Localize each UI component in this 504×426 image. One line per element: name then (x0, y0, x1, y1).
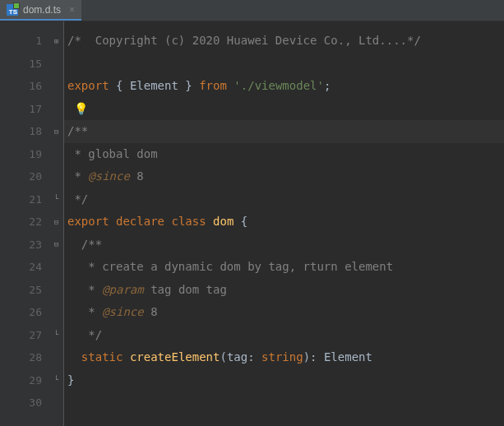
lightbulb-icon[interactable]: 💡 (74, 98, 88, 121)
fold-toggle-icon[interactable]: └ (53, 331, 60, 339)
fold-toggle-icon[interactable]: ⊟ (53, 241, 60, 248)
line-number[interactable]: 22⊟ (0, 211, 63, 234)
line-number[interactable]: 25 (0, 279, 63, 302)
fold-toggle-icon[interactable]: ⊞ (53, 37, 60, 44)
code-area[interactable]: /* Copyright (c) 2020 Huawei Device Co.,… (64, 21, 504, 426)
line-number[interactable]: 23⊟ (0, 234, 63, 257)
line-number[interactable]: 17 (0, 98, 63, 121)
current-line-highlight (64, 120, 504, 143)
line-number[interactable]: 1⊞ (0, 30, 63, 53)
fold-toggle-icon[interactable]: └ (53, 196, 60, 203)
code-line[interactable]: * @param tag dom tag (64, 279, 504, 302)
code-line[interactable]: */ (64, 188, 504, 211)
fold-toggle-icon[interactable]: ⊟ (53, 218, 60, 225)
line-number[interactable]: 29└ (0, 369, 63, 392)
code-line[interactable]: * @since 8 (64, 165, 504, 188)
fold-toggle-icon[interactable]: ⊟ (53, 127, 60, 135)
code-line[interactable]: * global dom (64, 143, 504, 166)
code-line[interactable]: } (64, 369, 504, 392)
code-line[interactable]: /** (64, 234, 504, 257)
line-number[interactable]: 30 (0, 391, 63, 414)
line-number[interactable]: 26 (0, 301, 63, 324)
code-line[interactable]: 💡 (64, 98, 504, 121)
typescript-file-icon: TS (7, 4, 18, 16)
code-line[interactable] (64, 391, 504, 414)
tab-dom-d-ts[interactable]: TS dom.d.ts × (0, 0, 81, 21)
line-number[interactable]: 20 (0, 165, 63, 188)
code-line[interactable]: * @since 8 (64, 301, 504, 324)
line-number[interactable]: 18⊟ (0, 120, 63, 143)
line-number-gutter: 1⊞15161718⊟192021└22⊟23⊟24252627└2829└30 (0, 21, 64, 426)
tab-filename: dom.d.ts (23, 4, 61, 16)
line-number[interactable]: 21└ (0, 188, 63, 211)
line-number[interactable]: 19 (0, 143, 63, 166)
code-editor[interactable]: 1⊞15161718⊟192021└22⊟23⊟24252627└2829└30… (0, 21, 504, 426)
code-line[interactable]: static createElement(tag: string): Eleme… (64, 346, 504, 369)
fold-toggle-icon[interactable]: └ (53, 377, 60, 384)
line-number[interactable]: 24 (0, 256, 63, 279)
code-line[interactable]: /* Copyright (c) 2020 Huawei Device Co.,… (64, 30, 504, 53)
code-line[interactable]: */ (64, 324, 504, 347)
line-number[interactable]: 16 (0, 75, 63, 98)
line-number[interactable]: 15 (0, 53, 63, 76)
code-line[interactable]: * create a dynamic dom by tag, rturn ele… (64, 256, 504, 279)
code-line[interactable] (64, 53, 504, 76)
tab-bar: TS dom.d.ts × (0, 0, 504, 21)
code-line[interactable]: export declare class dom { (64, 211, 504, 234)
line-number[interactable]: 27└ (0, 324, 63, 347)
code-line[interactable]: export { Element } from './viewmodel'; (64, 75, 504, 98)
line-number[interactable]: 28 (0, 346, 63, 369)
close-icon[interactable]: × (69, 4, 75, 16)
